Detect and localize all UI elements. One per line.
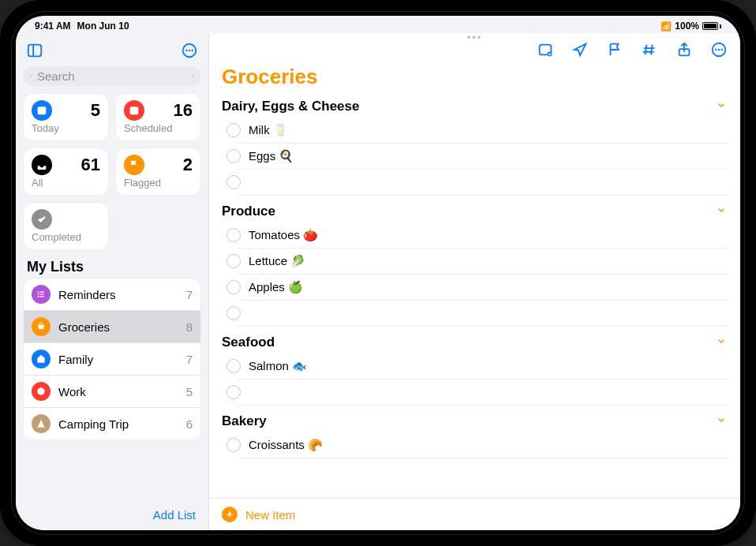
- section-header[interactable]: Bakery: [222, 410, 728, 432]
- svg-point-5: [191, 50, 193, 51]
- sidebar: 5 Today 16 Scheduled 6: [16, 33, 209, 530]
- reminder-row[interactable]: Croissants 🥐: [238, 432, 728, 458]
- mylists-heading: My Lists: [27, 259, 197, 275]
- svg-rect-18: [39, 296, 44, 297]
- svg-rect-16: [39, 294, 44, 294]
- svg-point-17: [38, 296, 39, 297]
- section-name: Produce: [222, 204, 275, 219]
- svg-point-31: [720, 49, 722, 50]
- complete-toggle[interactable]: [226, 254, 241, 268]
- list-icon: [32, 317, 51, 336]
- complete-toggle[interactable]: [226, 175, 241, 189]
- plus-icon: [222, 507, 238, 522]
- tray-icon: [32, 155, 52, 175]
- complete-toggle[interactable]: [226, 228, 241, 242]
- smartlist-count: 61: [81, 155, 100, 175]
- list-count: 5: [186, 385, 193, 398]
- svg-line-7: [32, 77, 32, 77]
- multitasking-dots-icon[interactable]: •••: [467, 33, 483, 43]
- list-row-family[interactable]: Family7: [24, 343, 200, 376]
- chevron-down-icon: [715, 413, 728, 429]
- status-date: Mon Jun 10: [77, 21, 129, 32]
- reminder-row[interactable]: Salmon 🐟: [238, 353, 728, 380]
- calendar-today-icon: [32, 100, 52, 121]
- svg-rect-0: [28, 45, 42, 57]
- location-button[interactable]: [570, 39, 590, 60]
- reminder-title: Salmon 🐟: [249, 359, 307, 373]
- list-name: Groceries: [58, 320, 178, 334]
- smartlist-scheduled[interactable]: 16 Scheduled: [116, 94, 200, 140]
- search-icon: [30, 70, 32, 83]
- list-count: 8: [186, 320, 193, 334]
- flag-icon: [124, 155, 144, 175]
- list-count: 7: [186, 288, 193, 301]
- reminder-title: Lettuce 🥬: [249, 254, 305, 268]
- smartlist-all[interactable]: 61 All: [24, 148, 108, 195]
- list-row-groceries[interactable]: Groceries8: [24, 311, 200, 343]
- complete-toggle[interactable]: [226, 359, 241, 373]
- list-icon: [32, 350, 51, 368]
- list-row-reminders[interactable]: Reminders7: [24, 279, 200, 311]
- calendar-icon: [124, 100, 144, 121]
- toggle-completed-button[interactable]: [535, 39, 556, 60]
- battery-icon: [702, 22, 721, 30]
- svg-line-23: [646, 45, 647, 55]
- svg-rect-12: [130, 107, 139, 114]
- smartlist-completed[interactable]: Completed: [24, 203, 108, 249]
- reminder-row[interactable]: [238, 380, 728, 406]
- search-input[interactable]: [37, 69, 187, 83]
- list-name: Work: [58, 385, 178, 398]
- toggle-sidebar-button[interactable]: [24, 39, 46, 62]
- search-field[interactable]: [24, 66, 200, 86]
- complete-toggle[interactable]: [226, 438, 241, 452]
- list-title: Groceries: [209, 62, 740, 95]
- status-bar: 9:41 AM Mon Jun 10 100%: [16, 16, 740, 33]
- sidebar-more-button[interactable]: [178, 39, 200, 62]
- list-count: 7: [186, 353, 193, 366]
- section-header[interactable]: Produce: [222, 200, 728, 223]
- complete-toggle[interactable]: [226, 123, 241, 137]
- reminder-row[interactable]: Apples 🍏: [238, 275, 728, 301]
- list-icon: [32, 285, 51, 304]
- section-header[interactable]: Dairy, Eggs & Cheese: [222, 95, 728, 118]
- status-time: 9:41 AM: [35, 21, 71, 32]
- complete-toggle[interactable]: [226, 306, 241, 320]
- reminder-row[interactable]: Tomatoes 🍅: [238, 223, 728, 249]
- reminder-row[interactable]: [238, 170, 728, 196]
- smartlist-today[interactable]: 5 Today: [24, 94, 108, 140]
- smartlist-label: Flagged: [124, 177, 193, 189]
- mic-icon[interactable]: [192, 70, 194, 83]
- mylists: Reminders7Groceries8Family7Work5Camping …: [24, 279, 200, 439]
- complete-toggle[interactable]: [226, 385, 241, 399]
- detail-more-button[interactable]: [709, 39, 729, 60]
- list-icon: [32, 382, 51, 401]
- svg-point-6: [31, 76, 32, 77]
- reminder-row[interactable]: Eggs 🍳: [238, 144, 728, 170]
- complete-toggle[interactable]: [226, 149, 241, 163]
- svg-rect-11: [38, 107, 47, 109]
- add-list-button[interactable]: Add List: [153, 508, 196, 522]
- tags-button[interactable]: [639, 39, 660, 60]
- reminder-row[interactable]: Milk 🥛: [238, 118, 728, 144]
- list-row-camping-trip[interactable]: Camping Trip6: [24, 408, 200, 439]
- flag-button[interactable]: [604, 39, 625, 60]
- section-name: Bakery: [222, 413, 267, 429]
- list-icon: [32, 414, 51, 433]
- section-header[interactable]: Seafood: [222, 331, 728, 353]
- svg-line-24: [651, 45, 653, 55]
- chevron-down-icon: [715, 335, 728, 350]
- reminder-title: Eggs 🍳: [249, 149, 294, 163]
- reminder-row[interactable]: [238, 301, 728, 327]
- list-name: Camping Trip: [58, 417, 178, 431]
- share-button[interactable]: [674, 39, 694, 60]
- chevron-down-icon: [715, 204, 728, 219]
- svg-point-29: [715, 49, 717, 50]
- svg-point-30: [718, 49, 720, 50]
- new-item-button[interactable]: New Item: [209, 498, 740, 530]
- smartlist-flagged[interactable]: 2 Flagged: [116, 148, 200, 195]
- reminder-row[interactable]: Lettuce 🥬: [238, 249, 728, 275]
- list-row-work[interactable]: Work5: [24, 376, 200, 408]
- complete-toggle[interactable]: [226, 280, 241, 294]
- svg-point-15: [38, 294, 39, 295]
- reminder-title: Milk 🥛: [249, 123, 288, 137]
